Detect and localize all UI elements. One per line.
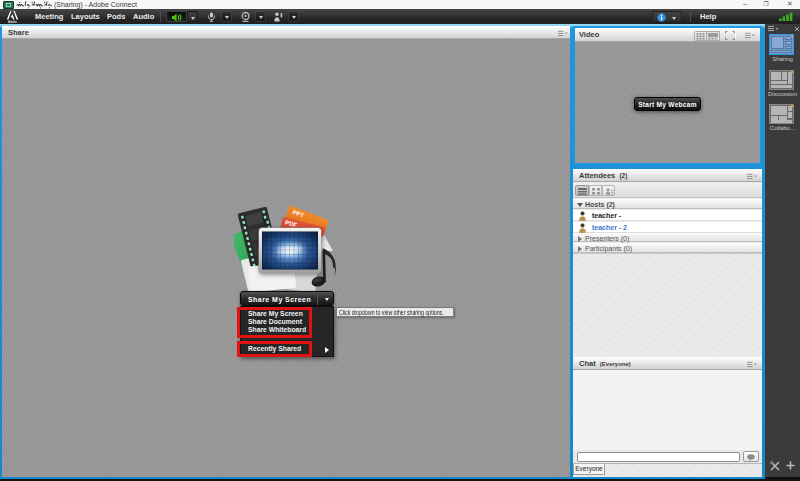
- svg-text:Adobe: Adobe: [8, 20, 17, 23]
